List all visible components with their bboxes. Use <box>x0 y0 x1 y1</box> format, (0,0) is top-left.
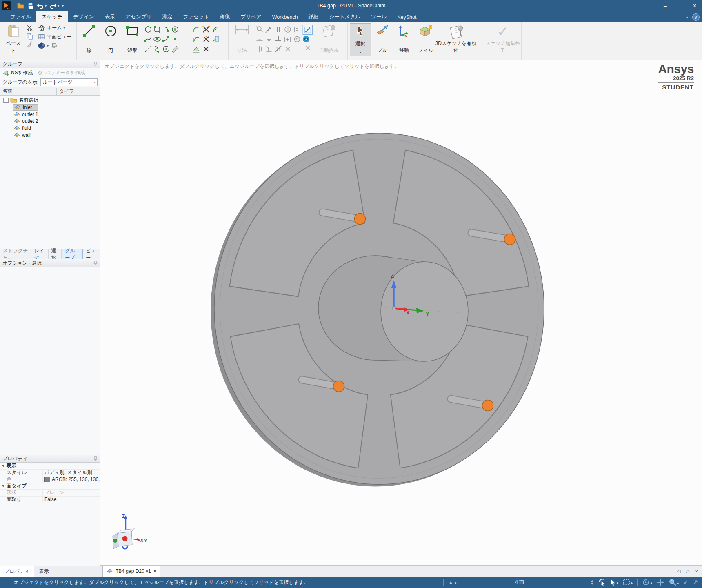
tab-views[interactable]: ビュー <box>83 249 100 259</box>
circle-tool-button[interactable]: 円 <box>100 23 121 55</box>
property-row-color[interactable]: 色 ARGB: 255, 130, 130, <box>0 476 100 483</box>
end-sketch-edit-button[interactable]: ✓ スケッチ編集終了 <box>482 23 524 55</box>
point-tool-icon[interactable] <box>171 35 179 43</box>
tab-display[interactable]: 表示 <box>100 11 120 22</box>
home-dropdown-icon[interactable]: ▾ <box>64 26 65 30</box>
no-constraint-icon[interactable] <box>274 45 282 53</box>
pin-tip[interactable] <box>333 381 344 392</box>
rectangle-tool-button[interactable]: 矩形 <box>122 23 142 55</box>
hatch-pencil-icon[interactable] <box>171 45 179 53</box>
pin-icon[interactable] <box>93 456 98 461</box>
three-point-circle-icon[interactable] <box>144 25 152 33</box>
dimension-button[interactable]: 寸法 <box>231 23 253 55</box>
spline-tool-icon[interactable] <box>144 35 152 43</box>
equal-constraint-icon[interactable] <box>293 25 301 33</box>
constraint-zoom-icon[interactable] <box>255 25 264 33</box>
tab-display-panel[interactable]: 表示 <box>34 566 53 577</box>
paste-button[interactable]: ペースト <box>2 23 25 55</box>
blend-curve-icon[interactable] <box>212 25 220 33</box>
tab-sketch[interactable]: スケッチ <box>36 11 68 22</box>
redo-button[interactable]: ▾ <box>49 2 59 9</box>
collapse-ribbon-icon[interactable]: ▴ <box>686 15 688 19</box>
sketch-display-toggle[interactable] <box>303 25 313 35</box>
pin-tip[interactable] <box>504 234 515 245</box>
mirror-constraint-icon[interactable] <box>255 45 264 53</box>
pin-icon[interactable] <box>93 261 98 265</box>
select-tool-button[interactable]: 選択 ▾ <box>350 23 371 56</box>
construction-circle-icon[interactable] <box>171 25 179 33</box>
perpendicular-constraint-icon[interactable] <box>274 35 282 43</box>
pin-icon[interactable] <box>93 62 98 67</box>
origin-point[interactable] <box>392 307 395 310</box>
snap-view-icon[interactable] <box>50 42 58 49</box>
curve-tool-icon[interactable] <box>153 45 161 53</box>
midpoint-constraint-icon[interactable] <box>284 35 292 43</box>
help-icon[interactable]: ? <box>692 13 700 21</box>
construction-line-icon[interactable] <box>144 45 152 53</box>
coincident-constraint-icon[interactable] <box>293 35 301 43</box>
arc-center-icon[interactable] <box>162 45 170 53</box>
fix-pin-icon[interactable] <box>265 25 273 33</box>
parallel-constraint-icon[interactable] <box>274 25 282 33</box>
property-section-facetype[interactable]: ▼ 面タイプ <box>0 483 100 490</box>
property-row-chamfer[interactable]: 面取り False <box>0 497 100 503</box>
select-dropdown-icon[interactable]: ▾ <box>360 51 361 54</box>
previous-view-icon[interactable]: ↗ <box>693 579 698 586</box>
tree-item-outlet1[interactable]: outlet 1 <box>0 111 100 118</box>
pan-button[interactable] <box>657 579 664 586</box>
sweep-arc-icon[interactable] <box>162 25 170 33</box>
fillet-icon[interactable] <box>192 25 200 33</box>
tab-selection[interactable]: 選択 <box>49 249 62 259</box>
tangent-arc-icon[interactable] <box>162 35 170 43</box>
project-icon[interactable] <box>212 35 220 43</box>
spin-updown-icon[interactable]: ▲▼ <box>591 579 594 585</box>
customize-qat-icon[interactable]: ▾ <box>62 4 64 8</box>
tab-assembly[interactable]: アセンブリ <box>120 11 157 22</box>
pin-tip[interactable] <box>482 400 493 411</box>
save-button[interactable] <box>27 2 34 9</box>
document-tab-active[interactable]: TB4 gap D20 v1 × <box>102 566 160 577</box>
tab-sheetmetal[interactable]: シートメタル <box>324 11 366 22</box>
isometric-view-icon[interactable] <box>38 42 45 49</box>
spaceclaim-app-icon[interactable]: sc <box>2 1 11 10</box>
tab-list-close-icon[interactable]: × <box>695 569 698 574</box>
tab-scroll-left-icon[interactable]: ◁ <box>677 568 680 574</box>
tab-file[interactable]: ファイル <box>5 11 36 22</box>
polygon-tool-icon[interactable] <box>153 25 161 33</box>
document-close-icon[interactable]: × <box>153 568 156 574</box>
tab-groups[interactable]: グループ <box>62 249 83 259</box>
pin-tip[interactable] <box>355 214 366 225</box>
property-section-display[interactable]: ▼ 表示 <box>0 463 100 470</box>
redo-dropdown-icon[interactable]: ▾ <box>58 4 59 8</box>
tab-repair[interactable]: 修復 <box>214 11 235 22</box>
group-display-dropdown[interactable]: ルートパーツ ▾ <box>40 78 98 86</box>
zoom-button[interactable]: ▴ <box>669 579 679 586</box>
tab-facets[interactable]: ファセット <box>178 11 214 22</box>
tangent-constraint-icon[interactable] <box>255 35 264 43</box>
enable-3d-sketch-button[interactable]: 3Dスケッチを有効化 <box>431 23 480 55</box>
delete-sketch-icon[interactable] <box>202 45 210 53</box>
ellipse-tool-icon[interactable] <box>153 35 161 43</box>
box-select-button[interactable]: ▴ <box>623 579 633 586</box>
tab-design[interactable]: デザイン <box>68 11 99 22</box>
tree-item-fluid[interactable]: fluid <box>0 125 100 131</box>
view-dropdown-icon[interactable]: ▾ <box>47 44 49 48</box>
tab-layers[interactable]: レイヤ <box>31 249 49 259</box>
angle-constraint-icon[interactable] <box>265 45 273 53</box>
viewport-canvas[interactable]: Z X Y <box>100 60 702 566</box>
property-row-shape[interactable]: 形状 プレーン <box>0 490 100 497</box>
tab-workbench[interactable]: Workbench <box>267 11 303 22</box>
symmetry-constraint-icon[interactable] <box>265 35 273 43</box>
tab-scroll-right-icon[interactable]: ▷ <box>686 568 689 574</box>
close-button[interactable]: × <box>687 0 702 11</box>
cut-icon[interactable] <box>26 25 33 31</box>
remove-constraint-icon[interactable] <box>284 45 292 53</box>
select-pointer-button[interactable]: ▴ <box>610 579 618 586</box>
split-icon[interactable] <box>202 35 210 43</box>
auto-constraint-button[interactable]: 自動拘束 <box>314 23 344 55</box>
open-button[interactable] <box>17 2 24 9</box>
zoom-extents-icon[interactable]: ↙ <box>683 579 689 586</box>
create-parameter-button[interactable]: パラメータを作成 <box>37 69 85 76</box>
tab-prepare[interactable]: プリペア <box>235 11 267 22</box>
dismiss-icon[interactable] <box>304 45 311 51</box>
